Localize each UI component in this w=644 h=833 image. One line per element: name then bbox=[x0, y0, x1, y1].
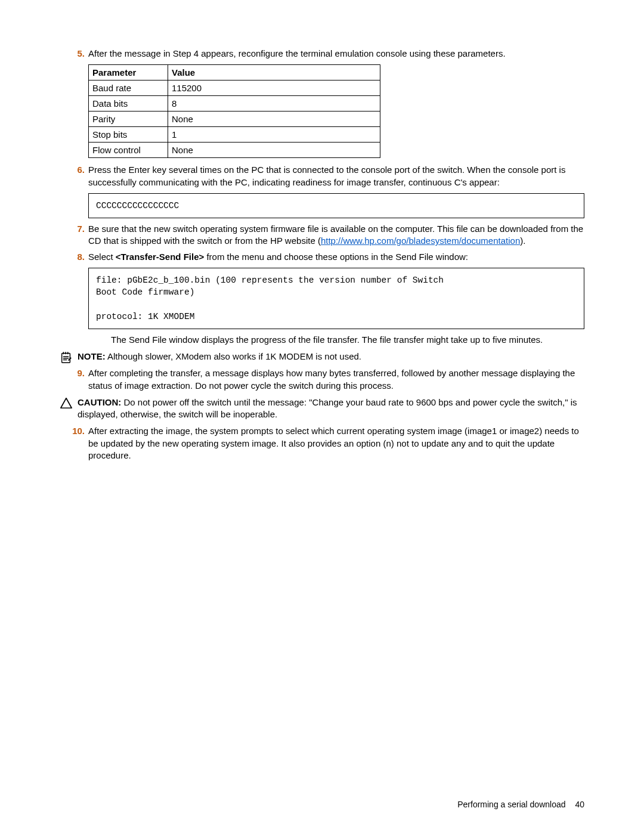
note-callout: NOTE: Although slower, XModem also works… bbox=[60, 351, 584, 363]
caution-callout: CAUTION: Do not power off the switch unt… bbox=[60, 397, 584, 421]
step-number: 5. bbox=[70, 48, 85, 60]
step-number: 10. bbox=[70, 425, 85, 437]
step-text-after: from the menu and choose these options i… bbox=[204, 252, 468, 262]
table-row: Data bits8 bbox=[89, 96, 380, 112]
page-number: 40 bbox=[575, 800, 584, 809]
footer-text: Performing a serial download bbox=[457, 800, 565, 809]
table-header-value: Value bbox=[168, 65, 380, 80]
caution-icon bbox=[60, 397, 73, 410]
step-text: After extracting the image, the system p… bbox=[88, 426, 579, 460]
hp-documentation-link[interactable]: http://www.hp.com/go/bladesystem/documen… bbox=[321, 236, 520, 246]
note-icon bbox=[60, 351, 73, 364]
step-text: After completing the transfer, a message… bbox=[88, 368, 575, 390]
step-number: 6. bbox=[70, 164, 85, 176]
code-output-cs: CCCCCCCCCCCCCCCC bbox=[88, 193, 584, 218]
step-8-followup: The Send File window displays the progre… bbox=[111, 334, 584, 346]
table-row: Flow controlNone bbox=[89, 143, 380, 158]
caution-label: CAUTION: bbox=[78, 397, 121, 407]
table-header-param: Parameter bbox=[89, 65, 168, 80]
step-9: 9. After completing the transfer, a mess… bbox=[88, 367, 584, 392]
parameter-table: Parameter Value Baud rate115200 Data bit… bbox=[88, 64, 380, 158]
step-text: After the message in Step 4 appears, rec… bbox=[88, 48, 506, 58]
caution-text: Do not power off the switch until the me… bbox=[78, 397, 577, 419]
step-number: 7. bbox=[70, 223, 85, 235]
step-number: 8. bbox=[70, 251, 85, 263]
table-row: Stop bits1 bbox=[89, 127, 380, 143]
note-text: Although slower, XModem also works if 1K… bbox=[106, 351, 361, 361]
step-8: 8. Select <Transfer-Send File> from the … bbox=[88, 251, 584, 263]
page-footer: Performing a serial download 40 bbox=[457, 800, 584, 809]
step-text-before: Select bbox=[88, 252, 116, 262]
step-text-after: ). bbox=[520, 236, 525, 246]
step-text: Press the Enter key several times on the… bbox=[88, 165, 565, 187]
table-row: ParityNone bbox=[89, 112, 380, 127]
step-number: 9. bbox=[70, 367, 85, 379]
table-row: Baud rate115200 bbox=[89, 80, 380, 96]
step-10: 10. After extracting the image, the syst… bbox=[88, 425, 584, 462]
step-7: 7. Be sure that the new switch operating… bbox=[88, 223, 584, 247]
step-5: 5. After the message in Step 4 appears, … bbox=[88, 48, 584, 60]
note-label: NOTE: bbox=[78, 351, 106, 361]
code-sendfile-options: file: pGbE2c_b_100.bin (100 represents t… bbox=[88, 268, 584, 329]
step-6: 6. Press the Enter key several times on … bbox=[88, 164, 584, 188]
step-bold: <Transfer-Send File> bbox=[116, 252, 204, 262]
